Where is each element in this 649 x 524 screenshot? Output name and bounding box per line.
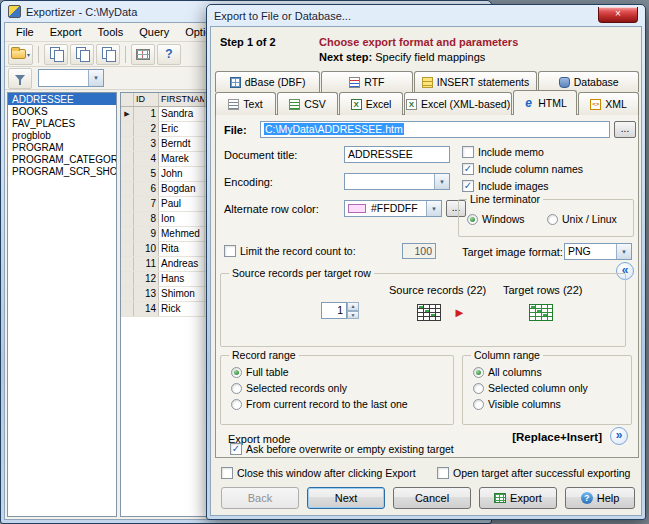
back-button[interactable]: Back (221, 487, 299, 509)
row-marker (121, 167, 134, 181)
menu-query[interactable]: Query (131, 24, 177, 40)
limit-record-count-input[interactable]: 100 (402, 243, 436, 259)
html-icon (523, 98, 534, 109)
row-marker (121, 302, 134, 316)
checkbox-box: ✓ (462, 180, 474, 192)
stepper-up-icon[interactable]: ▲ (347, 302, 359, 311)
copy-button[interactable] (44, 44, 68, 65)
checkbox-box: ✓ (221, 467, 233, 479)
help-button[interactable]: ?Help (565, 487, 635, 509)
export-mode-options-button[interactable]: » (610, 427, 628, 445)
record-range-selected-radio[interactable]: Selected records only (231, 382, 347, 394)
tab-text[interactable]: Text (215, 92, 276, 115)
grid-view-button[interactable] (131, 44, 155, 65)
radio-ring (467, 214, 478, 225)
dropdown-arrow-icon[interactable]: ▼ (426, 201, 441, 216)
record-range-full-table-radio[interactable]: Full table (231, 366, 289, 378)
encoding-value (345, 174, 434, 189)
dropdown-arrow-icon[interactable]: ▼ (88, 70, 103, 86)
column-range-selected-radio[interactable]: Selected column only (473, 382, 588, 394)
tab-dbase[interactable]: dBase (DBF) (215, 71, 320, 92)
column-range-visible-radio[interactable]: Visible columns (473, 398, 561, 410)
tab-csv[interactable]: CSV (277, 92, 338, 115)
row-marker (121, 182, 134, 196)
alt-row-color-combo[interactable]: #FFDDFF ▼ (344, 200, 442, 217)
next-button[interactable]: Next (307, 487, 385, 509)
stepper-down-icon[interactable]: ▼ (347, 311, 359, 320)
table-list-item[interactable]: BOOKS (8, 105, 116, 117)
cancel-button[interactable]: Cancel (393, 487, 471, 509)
tab-database[interactable]: Database (538, 71, 639, 92)
include-column-names-checkbox[interactable]: ✓ Include column names (462, 163, 583, 175)
records-per-row-stepper[interactable]: 1 ▲ ▼ (321, 302, 359, 319)
line-terminator-label: Line terminator (467, 193, 543, 205)
close-button[interactable]: × (598, 7, 638, 23)
dialog-titlebar[interactable]: Export to File or Database... (207, 5, 645, 26)
copy-records-button[interactable] (70, 44, 94, 65)
dropdown-arrow-icon[interactable]: ▼ (616, 244, 631, 259)
paste-button[interactable] (96, 44, 120, 65)
column-range-group: Column range All columns Selected column… (462, 355, 632, 425)
table-list-item[interactable]: PROGRAM_SCR_SHOT (8, 165, 116, 177)
file-browse-button[interactable]: ... (614, 121, 636, 138)
dropdown-arrow-icon[interactable]: ▼ (434, 174, 449, 189)
record-range-label: Record range (229, 349, 299, 361)
desktop: Exportizer - C:\MyData File Export Tools… (0, 0, 649, 524)
filter-combo[interactable]: ▼ (38, 69, 104, 87)
records-per-row-value[interactable]: 1 (321, 302, 347, 319)
help-button[interactable]: ? (157, 44, 181, 65)
transform-arrow-icon: ► (453, 305, 466, 320)
main-window-title: Exportizer - C:\MyData (26, 6, 137, 18)
open-target-after-checkbox[interactable]: ✓ Open target after successful exporting (437, 467, 630, 479)
table-list-item[interactable]: FAV_PLACES (8, 117, 116, 129)
column-range-all-radio[interactable]: All columns (473, 366, 542, 378)
tab-html[interactable]: HTML (513, 90, 577, 115)
target-rows-grid-icon (529, 304, 553, 321)
tab-excel[interactable]: Excel (339, 92, 403, 115)
stepper-buttons[interactable]: ▲ ▼ (347, 302, 359, 319)
filter-button[interactable] (8, 68, 32, 89)
menu-tools[interactable]: Tools (90, 24, 132, 40)
line-terminator-windows-radio[interactable]: Windows (467, 213, 525, 225)
tab-xml[interactable]: XML (578, 92, 639, 115)
radio-ring (231, 383, 242, 394)
table-list-item[interactable]: PROGRAM (8, 141, 116, 153)
record-range-from-current-radio[interactable]: From current record to the last one (231, 398, 408, 410)
row-marker (121, 197, 134, 211)
grid-header-firstname[interactable]: FIRSTNAME (159, 93, 205, 106)
table-list-item[interactable]: progblob (8, 129, 116, 141)
dbf-icon (230, 77, 241, 88)
next-step-text: Specify field mappings (372, 51, 485, 63)
export-button[interactable]: Export (479, 487, 557, 509)
ask-before-overwrite-checkbox[interactable]: ✓ Ask before overwrite or empty existing… (230, 443, 454, 455)
tab-excel-xml[interactable]: Excel (XML-based) (404, 92, 512, 115)
tab-rtf[interactable]: RTF (321, 71, 412, 92)
menu-export[interactable]: Export (42, 24, 90, 40)
limit-record-count-checkbox[interactable]: ✓ Limit the record count to: (224, 245, 356, 257)
alt-row-color-label: Alternate row color: (224, 203, 319, 215)
grid-header-selector[interactable] (121, 93, 134, 106)
target-image-format-combo[interactable]: PNG ▼ (564, 243, 632, 260)
table-list-item[interactable]: ADDRESSEE (8, 93, 116, 105)
menu-file[interactable]: File (8, 24, 42, 40)
database-icon (559, 77, 570, 88)
grid-header-id[interactable]: ID (134, 93, 159, 106)
toolbar-separator (125, 46, 126, 63)
include-memo-checkbox[interactable]: ✓ Include memo (462, 146, 544, 158)
encoding-combo[interactable]: ▼ (344, 173, 450, 190)
open-database-button[interactable]: ▾ (8, 44, 33, 65)
file-label: File: (224, 124, 247, 136)
table-list-item[interactable]: PROGRAM_CATEGORY (8, 153, 116, 165)
line-terminator-unix-radio[interactable]: Unix / Linux (547, 213, 617, 225)
export-mode-value: [Replace+Insert] (442, 431, 602, 443)
document-title-input[interactable]: ADDRESSEE (344, 146, 450, 163)
close-after-export-checkbox[interactable]: ✓ Close this window after clicking Expor… (221, 467, 416, 479)
radio-ring (473, 367, 484, 378)
include-images-checkbox[interactable]: ✓ Include images (462, 180, 549, 192)
tab-insert-statements[interactable]: INSERT statements (414, 71, 538, 92)
csv-icon (289, 99, 300, 110)
color-swatch (348, 204, 366, 213)
file-input[interactable]: C:\MyData\ADDRESSEE.htm (260, 121, 610, 138)
help-icon: ? (581, 492, 593, 504)
row-marker (121, 137, 134, 151)
